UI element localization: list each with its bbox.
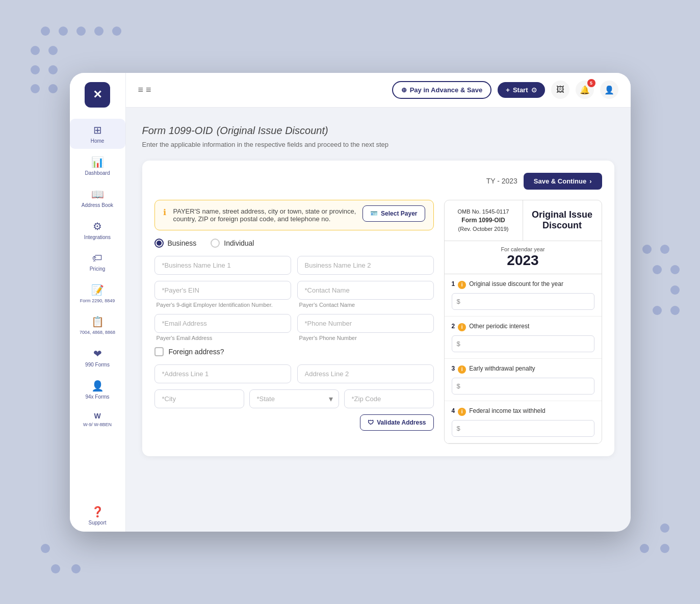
- sidebar-label-w9: W-9/ W-8BEN: [83, 422, 112, 428]
- start-button[interactable]: + Start ⊙: [498, 82, 545, 98]
- validate-label: Validate Address: [377, 419, 426, 426]
- oid-field-3-input[interactable]: [452, 378, 594, 395]
- city-state-zip-row: *State: [154, 389, 434, 408]
- sidebar-label-address-book: Address Book: [82, 202, 113, 208]
- city-input[interactable]: [154, 389, 244, 408]
- oid-info-icon-4: i: [458, 408, 466, 416]
- oid-field-2-label: Other periodic interest: [469, 323, 529, 330]
- form990-icon: ❤: [93, 348, 102, 360]
- oid-field-2-input-wrap: $: [452, 335, 594, 352]
- foreign-address-checkbox[interactable]: [154, 347, 164, 356]
- save-continue-button[interactable]: Save & Continue ›: [524, 173, 602, 190]
- sidebar-item-94x[interactable]: 👤 94x Forms: [70, 375, 125, 405]
- oid-field-3-input-wrap: $: [452, 378, 594, 395]
- sidebar-item-support[interactable]: ❓ Support: [70, 501, 125, 531]
- state-select-wrap: *State: [249, 389, 339, 408]
- sidebar: ✕ ⊞ Home 📊 Dashboard 📖 Address Book ⚙ In…: [70, 73, 126, 532]
- sidebar-item-integrations[interactable]: ⚙ Integrations: [70, 215, 125, 245]
- oid-field-3-label: Early withdrawal penalty: [469, 365, 535, 372]
- oid-info-icon-2: i: [458, 323, 466, 331]
- oid-header-right: Original Issue Discount: [523, 200, 602, 241]
- oid-info-icon-1: i: [458, 281, 466, 289]
- business-name1-input[interactable]: [154, 256, 291, 275]
- radio-individual[interactable]: Individual: [211, 239, 254, 248]
- ein-input[interactable]: [154, 281, 291, 300]
- form-title: Form 1099-OID: [142, 125, 213, 136]
- contact-input[interactable]: [297, 281, 434, 300]
- address2-input[interactable]: [297, 364, 434, 383]
- profile-button[interactable]: 👤: [600, 81, 618, 99]
- notification-button[interactable]: 🔔 5: [576, 81, 594, 99]
- page-title: Form 1099-OID (Original Issue Discount): [142, 122, 614, 138]
- app-window: ✕ ⊞ Home 📊 Dashboard 📖 Address Book ⚙ In…: [70, 73, 631, 532]
- profile-icon: 👤: [604, 85, 614, 95]
- oid-title: Original Issue Discount: [532, 209, 592, 231]
- topbar-left: ≡ ≡: [138, 85, 151, 95]
- oid-field-1-label: Original issue discount for the year: [469, 280, 563, 287]
- state-select[interactable]: *State: [249, 389, 339, 408]
- phone-hint: Payer's Phone Number: [297, 335, 434, 341]
- radio-individual-label: Individual: [224, 239, 254, 247]
- address1-input[interactable]: [154, 364, 291, 383]
- email-input[interactable]: [154, 314, 291, 333]
- sidebar-item-990[interactable]: ❤ 990 Forms: [70, 343, 125, 373]
- oid-field-4-input[interactable]: [452, 420, 594, 437]
- sidebar-item-pricing[interactable]: 🏷 Pricing: [70, 247, 125, 277]
- email-group: Payer's Email Address: [154, 314, 291, 341]
- page-subtitle: Enter the applicable information in the …: [142, 141, 614, 148]
- foreign-address-label: Foreign address?: [169, 348, 224, 356]
- oid-field-4-num: 4: [452, 407, 455, 414]
- main-content: ≡ ≡ ⊕ Pay in Advance & Save + Start ⊙ 🖼 …: [126, 73, 631, 532]
- select-payer-button[interactable]: 🪪 Select Payer: [362, 205, 425, 222]
- payer-section: ℹ PAYER'S name, street address, city or …: [154, 200, 434, 444]
- contact-hint: Payer's Contact Name: [297, 302, 434, 308]
- topbar: ≡ ≡ ⊕ Pay in Advance & Save + Start ⊙ 🖼 …: [126, 73, 631, 108]
- form7004-icon: 📋: [91, 316, 104, 328]
- home-icon: ⊞: [93, 124, 102, 136]
- phone-group: Payer's Phone Number: [297, 314, 434, 341]
- oid-year-section: For calendar year 2023: [445, 241, 602, 274]
- sidebar-label-990: 990 Forms: [85, 362, 110, 367]
- ein-group: Payer's 9-digit Employer Identification …: [154, 281, 291, 308]
- phone-input[interactable]: [297, 314, 434, 333]
- info-icon: ℹ: [163, 207, 166, 217]
- zip-input[interactable]: [344, 389, 434, 408]
- sidebar-item-w9[interactable]: W W-9/ W-8BEN: [70, 407, 125, 433]
- oid-field-4-label: Federal income tax withheld: [469, 407, 545, 414]
- start-arrow-icon: ⊙: [531, 86, 537, 94]
- validate-address-button[interactable]: 🛡 Validate Address: [360, 414, 433, 431]
- menu-icon[interactable]: ≡ ≡: [138, 85, 151, 95]
- radio-business[interactable]: Business: [154, 239, 197, 248]
- oid-field-3-header: 3 i Early withdrawal penalty: [452, 365, 594, 374]
- payer-select-icon: 🪪: [370, 210, 378, 217]
- oid-field-1-input[interactable]: [452, 293, 594, 310]
- oid-panel: OMB No. 1545-0117 Form 1099-OID (Rev. Oc…: [444, 200, 602, 444]
- integrations-icon: ⚙: [93, 220, 102, 232]
- sidebar-item-address-book[interactable]: 📖 Address Book: [70, 183, 125, 213]
- pay-advance-icon: ⊕: [401, 86, 407, 94]
- sidebar-label-7004: 7004, 4868, 8868: [80, 330, 115, 335]
- notification-badge: 5: [587, 79, 595, 87]
- image-icon: 🖼: [556, 85, 564, 94]
- bell-icon: 🔔: [580, 85, 590, 95]
- dashboard-icon: 📊: [91, 156, 104, 168]
- sidebar-item-dashboard[interactable]: 📊 Dashboard: [70, 151, 125, 181]
- business-name2-input[interactable]: [297, 256, 434, 275]
- dollar-sign-2: $: [457, 340, 460, 348]
- sidebar-label-94x: 94x Forms: [85, 394, 109, 400]
- app-logo[interactable]: ✕: [85, 82, 110, 108]
- ty-label: TY - 2023: [486, 177, 517, 185]
- oid-field-2-input[interactable]: [452, 335, 594, 352]
- radio-business-label: Business: [168, 239, 197, 247]
- sidebar-item-home[interactable]: ⊞ Home: [70, 119, 125, 149]
- pay-advance-button[interactable]: ⊕ Pay in Advance & Save: [392, 81, 492, 99]
- oid-year: 2023: [450, 252, 597, 269]
- sidebar-item-7004[interactable]: 📋 7004, 4868, 8868: [70, 310, 125, 340]
- ein-hint: Payer's 9-digit Employer Identification …: [154, 302, 291, 308]
- sidebar-item-form2290[interactable]: 📝 Form 2290, 8849: [70, 279, 125, 309]
- image-icon-button[interactable]: 🖼: [551, 81, 569, 99]
- pricing-icon: 🏷: [92, 252, 102, 264]
- oid-field-3-num: 3: [452, 365, 455, 372]
- w9-icon: W: [94, 412, 100, 420]
- oid-field-2-num: 2: [452, 323, 455, 330]
